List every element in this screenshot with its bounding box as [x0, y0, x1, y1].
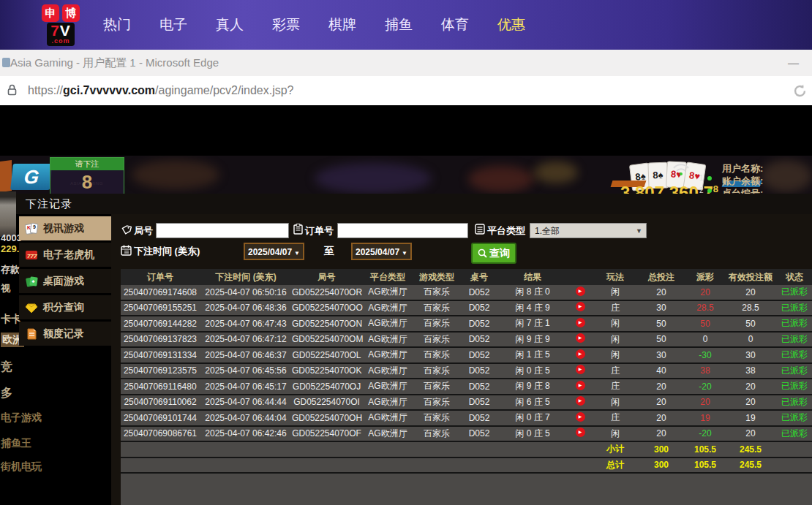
- round-id-input[interactable]: [156, 223, 289, 238]
- replay-play-icon[interactable]: [576, 381, 585, 390]
- date-to-picker[interactable]: 2025/04/07: [351, 243, 412, 260]
- bg-fragment: 多: [1, 386, 12, 401]
- bg-fragment: 存款: [1, 263, 20, 276]
- table-body: 250407069174608 2025-04-07 06:50:16 GD05…: [121, 285, 812, 442]
- bet-records-table: 订单号 下注时间 (美东) 局号 平台类型 游戏类型 桌号 结果 玩法 总投注 …: [121, 269, 812, 505]
- cell-result: 闲 9 庄 8: [499, 380, 566, 392]
- nav-item-lottery[interactable]: 彩票: [271, 15, 301, 34]
- cell-valid-bet: 20: [724, 287, 777, 297]
- cell-platform: AG欧洲厅: [361, 317, 414, 330]
- cell-platform: AG欧洲厅: [361, 349, 414, 361]
- cell-result: 闲 9 庄 9: [499, 333, 566, 346]
- sidebar-item-live-games[interactable]: K9 视讯游戏: [19, 216, 111, 240]
- modal-title: 下注记录: [16, 194, 812, 214]
- cell-valid-bet: 50: [724, 319, 777, 329]
- cell-time: 2025-04-07 06:46:37: [200, 350, 292, 360]
- seat-dot: [707, 176, 712, 181]
- cell-platform: AG欧洲厅: [361, 380, 414, 392]
- cell-play-type: 庄: [594, 411, 636, 424]
- sidebar-item-table-games[interactable]: ♣ 桌面游戏: [19, 269, 111, 293]
- replay-play-icon[interactable]: [576, 286, 585, 296]
- nav-item-chess[interactable]: 棋牌: [328, 15, 357, 34]
- cell-time: 2025-04-07 06:47:12: [200, 334, 292, 344]
- logo-box: 7V .com: [47, 23, 75, 46]
- date-from-picker[interactable]: 2025/04/07: [244, 243, 304, 260]
- replay-play-icon[interactable]: [576, 365, 585, 374]
- cell-payout: -20: [686, 428, 724, 438]
- platform-select[interactable]: 1.全部: [530, 223, 647, 238]
- replay-play-icon[interactable]: [576, 333, 585, 343]
- window-titlebar: Asia Gaming - 用户配置 1 - Microsoft Edge —: [0, 50, 812, 77]
- platform-stack-icon: [475, 224, 485, 235]
- minimize-button[interactable]: —: [788, 56, 799, 69]
- cell-round: GD052254070OO: [292, 303, 361, 313]
- cell-platform: AG欧洲厅: [361, 365, 414, 377]
- cell-result: 闲 6 庄 5: [499, 396, 566, 409]
- cell-valid-bet: 19: [724, 413, 777, 423]
- cell-game-type: 百家乐: [414, 411, 459, 424]
- playing-cards-icon: K9: [25, 222, 38, 235]
- sidebar-item-label: 视讯游戏: [43, 222, 84, 235]
- bet-countdown-label: 请下注: [50, 158, 124, 170]
- platform-type-label: 平台类型: [487, 224, 525, 238]
- replay-play-icon[interactable]: [576, 318, 585, 327]
- cell-result: 闲 0 庄 5: [499, 365, 566, 377]
- cell-round: GD052254070OL: [292, 350, 361, 360]
- cell-game-type: 百家乐: [414, 428, 459, 440]
- site-logo[interactable]: 申 博 7V .com: [35, 4, 86, 46]
- cell-valid-bet: 38: [724, 365, 777, 376]
- table-row: 250407069131334 2025-04-07 06:46:37 GD05…: [121, 348, 812, 364]
- cell-table: D052: [459, 428, 499, 438]
- cell-round: GD052254070OK: [292, 365, 361, 376]
- cell-table: D052: [459, 397, 499, 407]
- cell-result: 闲 7 庄 1: [499, 317, 566, 330]
- total-label: 总计: [594, 459, 636, 471]
- query-button[interactable]: 查询: [471, 243, 516, 264]
- cell-valid-bet: 0: [724, 334, 777, 344]
- svg-text:K: K: [27, 225, 31, 230]
- cell-order: 250407069110062: [121, 397, 200, 407]
- url-bar: https://gci.7vvvvvv.com/agingame/pcv2/in…: [0, 76, 812, 105]
- sidebar-item-points-query[interactable]: 积分查询: [19, 295, 111, 319]
- sidebar-item-label: 桌面游戏: [43, 275, 84, 288]
- replay-play-icon[interactable]: [576, 428, 585, 437]
- nav-item-hot[interactable]: 热门: [102, 15, 132, 34]
- magnifier-icon: [478, 248, 487, 258]
- nav-item-slots[interactable]: 电子: [159, 15, 188, 34]
- logo-suffix: .com: [50, 38, 71, 45]
- records-content: 局号 订单号 平台类型 1.全部 下注时间 (美东) 2025/04/07 至 …: [111, 214, 812, 505]
- cell-total-bet: 50: [636, 334, 686, 344]
- order-id-input[interactable]: [337, 223, 468, 238]
- screen: 申 博 7V .com 热门 电子 真人 彩票 棋牌 捕鱼 体育 优惠 Asia…: [0, 0, 812, 505]
- total-row: 总计 300 105.5 245.5: [121, 458, 812, 474]
- cell-time: 2025-04-07 06:42:46: [200, 428, 292, 438]
- bg-fragment: 229.: [1, 243, 19, 254]
- bg-fragment: 街机电玩: [1, 460, 42, 474]
- replay-play-icon[interactable]: [576, 412, 585, 422]
- sidebar-item-slot-machines[interactable]: 777 电子老虎机: [19, 243, 111, 267]
- nav-item-live[interactable]: 真人: [215, 15, 244, 34]
- replay-play-icon[interactable]: [576, 349, 585, 359]
- nav-item-fishing[interactable]: 捕鱼: [384, 15, 413, 34]
- cell-total-bet: 30: [636, 350, 686, 360]
- cell-game-type: 百家乐: [414, 365, 459, 377]
- cell-valid-bet: 20: [724, 381, 777, 392]
- replay-play-icon[interactable]: [576, 396, 585, 406]
- col-platform: 平台类型: [361, 271, 414, 284]
- bet-countdown: 请下注 8: [50, 157, 124, 195]
- col-time: 下注时间 (美东): [200, 271, 292, 284]
- table-filler: [121, 474, 812, 505]
- replay-play-icon[interactable]: [576, 302, 585, 311]
- cell-table: D052: [459, 319, 499, 329]
- address-input[interactable]: https://gci.7vvvvvv.com/agingame/pcv2/in…: [28, 76, 294, 105]
- cell-platform: AG欧洲厅: [361, 286, 414, 298]
- cell-order: 250407069137823: [121, 334, 200, 344]
- refresh-icon[interactable]: [792, 83, 808, 99]
- cell-status: 已派彩: [777, 380, 812, 392]
- nav-item-promo[interactable]: 优惠: [497, 15, 526, 34]
- sidebar-item-quota-records[interactable]: 额度记录: [19, 322, 111, 346]
- cell-status: 已派彩: [777, 428, 812, 440]
- total-valid: 245.5: [724, 460, 777, 470]
- table-row: 250407069155251 2025-04-07 06:48:36 GD05…: [121, 301, 812, 317]
- nav-item-sports[interactable]: 体育: [440, 15, 470, 34]
